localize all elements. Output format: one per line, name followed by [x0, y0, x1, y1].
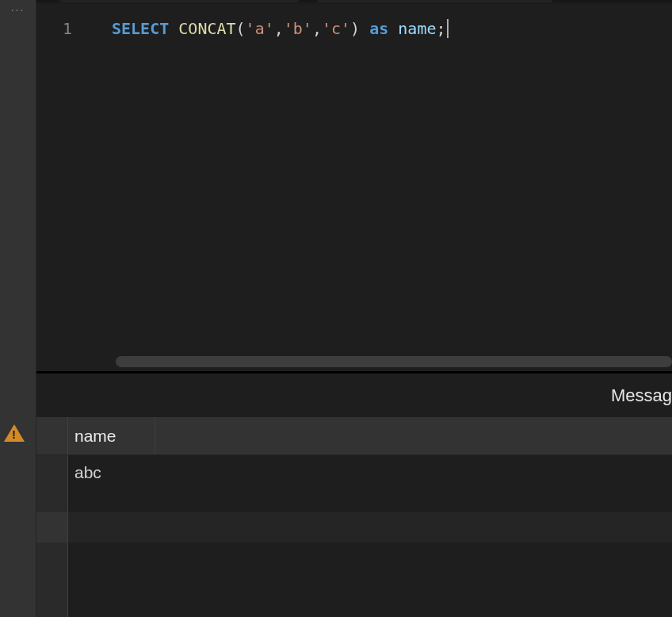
- row-selector-header[interactable]: [36, 417, 68, 454]
- main-area: 1 SELECT CONCAT('a','b','c') as name; Me…: [36, 0, 672, 617]
- line-gutter: 1: [36, 0, 86, 371]
- token-keyword: SELECT: [112, 19, 169, 38]
- token-string: 'a': [246, 19, 274, 38]
- code-content[interactable]: SELECT CONCAT('a','b','c') as name;: [86, 0, 672, 371]
- row-gutter-empty: [36, 542, 68, 617]
- token-string: 'b': [284, 19, 312, 38]
- line-number: 1: [36, 19, 72, 38]
- activity-bar: ··· !: [0, 0, 36, 617]
- cell-value[interactable]: abc: [68, 455, 101, 512]
- results-header-row: name: [36, 417, 672, 455]
- results-tabs: Messag: [36, 374, 672, 417]
- top-shadow: [36, 0, 672, 5]
- token-identifier: name: [398, 19, 436, 38]
- horizontal-scrollbar[interactable]: [116, 356, 672, 367]
- token-comma: ,: [274, 19, 284, 38]
- results-grid: name abc: [36, 417, 672, 617]
- text-cursor: [447, 19, 449, 38]
- token-comma: ,: [312, 19, 322, 38]
- token-function: CONCAT: [178, 19, 235, 38]
- token-string: 'c': [322, 19, 350, 38]
- results-empty-area: [36, 542, 672, 617]
- editor[interactable]: 1 SELECT CONCAT('a','b','c') as name;: [36, 0, 672, 371]
- overflow-dots-icon[interactable]: ···: [11, 3, 25, 16]
- empty-row: [36, 512, 672, 542]
- token-semicolon: ;: [436, 19, 445, 38]
- tab-messages[interactable]: Messag: [611, 385, 672, 406]
- row-selector[interactable]: [36, 455, 68, 512]
- warning-icon[interactable]: !: [4, 424, 25, 442]
- results-panel: Messag name abc: [36, 374, 672, 617]
- table-row[interactable]: abc: [36, 455, 672, 512]
- column-header[interactable]: name: [68, 417, 155, 454]
- token-paren: ): [350, 19, 360, 38]
- token-keyword: as: [369, 19, 388, 38]
- token-paren: (: [236, 19, 246, 38]
- row-selector-empty: [36, 512, 68, 542]
